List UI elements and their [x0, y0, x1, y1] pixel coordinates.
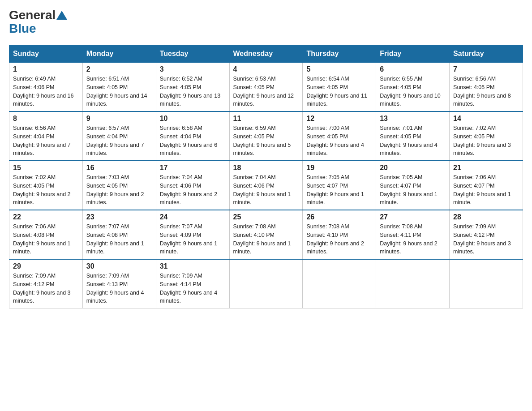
calendar-cell: 26 Sunrise: 7:08 AMSunset: 4:10 PMDaylig…: [303, 210, 376, 259]
day-info: Sunrise: 6:57 AMSunset: 4:04 PMDaylight:…: [86, 125, 144, 156]
day-info: Sunrise: 7:09 AMSunset: 4:12 PMDaylight:…: [13, 273, 71, 304]
calendar-cell: 21 Sunrise: 7:06 AMSunset: 4:07 PMDaylig…: [450, 161, 523, 210]
day-number: 29: [13, 262, 79, 270]
calendar-cell: 20 Sunrise: 7:05 AMSunset: 4:07 PMDaylig…: [376, 161, 450, 210]
calendar-cell: 31 Sunrise: 7:09 AMSunset: 4:14 PMDaylig…: [156, 259, 229, 308]
calendar-cell: 30 Sunrise: 7:09 AMSunset: 4:13 PMDaylig…: [82, 259, 156, 308]
day-number: 26: [306, 213, 372, 221]
day-number: 21: [453, 164, 519, 172]
day-number: 7: [453, 65, 519, 73]
logo-triangle-icon: [56, 11, 67, 20]
day-info: Sunrise: 6:58 AMSunset: 4:04 PMDaylight:…: [160, 125, 218, 156]
calendar-cell: 15 Sunrise: 7:02 AMSunset: 4:05 PMDaylig…: [9, 161, 83, 210]
day-info: Sunrise: 7:06 AMSunset: 4:08 PMDaylight:…: [13, 223, 71, 255]
col-header-monday: Monday: [82, 45, 156, 63]
day-info: Sunrise: 7:08 AMSunset: 4:10 PMDaylight:…: [233, 223, 291, 255]
calendar-cell: 14 Sunrise: 7:02 AMSunset: 4:05 PMDaylig…: [450, 111, 523, 161]
day-number: 28: [453, 213, 519, 221]
day-number: 31: [160, 262, 226, 270]
calendar-cell: 4 Sunrise: 6:53 AMSunset: 4:05 PMDayligh…: [229, 63, 303, 112]
day-info: Sunrise: 7:08 AMSunset: 4:11 PMDaylight:…: [380, 223, 438, 255]
calendar-week-row: 1 Sunrise: 6:49 AMSunset: 4:06 PMDayligh…: [9, 63, 523, 112]
calendar-cell: [376, 259, 450, 308]
calendar-cell: 9 Sunrise: 6:57 AMSunset: 4:04 PMDayligh…: [82, 111, 156, 161]
day-info: Sunrise: 7:04 AMSunset: 4:06 PMDaylight:…: [233, 174, 291, 206]
day-number: 17: [160, 164, 226, 172]
calendar-cell: 3 Sunrise: 6:52 AMSunset: 4:05 PMDayligh…: [156, 63, 229, 112]
calendar-cell: 10 Sunrise: 6:58 AMSunset: 4:04 PMDaylig…: [156, 111, 229, 161]
day-info: Sunrise: 7:07 AMSunset: 4:09 PMDaylight:…: [160, 223, 218, 255]
calendar-cell: 11 Sunrise: 6:59 AMSunset: 4:05 PMDaylig…: [229, 111, 303, 161]
calendar-cell: 27 Sunrise: 7:08 AMSunset: 4:11 PMDaylig…: [376, 210, 450, 259]
calendar-cell: 28 Sunrise: 7:09 AMSunset: 4:12 PMDaylig…: [450, 210, 523, 259]
page-header: General Blue: [9, 9, 523, 36]
calendar-cell: 25 Sunrise: 7:08 AMSunset: 4:10 PMDaylig…: [229, 210, 303, 259]
day-number: 3: [160, 65, 226, 73]
day-info: Sunrise: 6:52 AMSunset: 4:05 PMDaylight:…: [160, 76, 221, 107]
col-header-saturday: Saturday: [450, 45, 523, 63]
day-number: 2: [86, 65, 152, 73]
day-info: Sunrise: 6:54 AMSunset: 4:05 PMDaylight:…: [306, 76, 367, 107]
logo: General Blue: [9, 9, 68, 36]
calendar-cell: 24 Sunrise: 7:07 AMSunset: 4:09 PMDaylig…: [156, 210, 229, 259]
calendar-week-row: 22 Sunrise: 7:06 AMSunset: 4:08 PMDaylig…: [9, 210, 523, 259]
calendar-cell: [450, 259, 523, 308]
col-header-friday: Friday: [376, 45, 450, 63]
day-number: 6: [380, 65, 446, 73]
day-number: 19: [306, 164, 372, 172]
col-header-sunday: Sunday: [9, 45, 83, 63]
day-number: 18: [233, 164, 299, 172]
calendar-cell: 29 Sunrise: 7:09 AMSunset: 4:12 PMDaylig…: [9, 259, 83, 308]
day-info: Sunrise: 6:53 AMSunset: 4:05 PMDaylight:…: [233, 76, 294, 107]
calendar-week-row: 15 Sunrise: 7:02 AMSunset: 4:05 PMDaylig…: [9, 161, 523, 210]
calendar-week-row: 29 Sunrise: 7:09 AMSunset: 4:12 PMDaylig…: [9, 259, 523, 308]
day-number: 1: [13, 65, 79, 73]
calendar-cell: 7 Sunrise: 6:56 AMSunset: 4:05 PMDayligh…: [450, 63, 523, 112]
day-number: 14: [453, 115, 519, 123]
calendar-cell: [303, 259, 376, 308]
day-info: Sunrise: 7:09 AMSunset: 4:13 PMDaylight:…: [86, 273, 144, 304]
col-header-wednesday: Wednesday: [229, 45, 303, 63]
day-number: 16: [86, 164, 152, 172]
day-info: Sunrise: 7:09 AMSunset: 4:12 PMDaylight:…: [453, 223, 511, 255]
day-info: Sunrise: 6:56 AMSunset: 4:05 PMDaylight:…: [453, 76, 511, 107]
day-info: Sunrise: 7:05 AMSunset: 4:07 PMDaylight:…: [306, 174, 364, 206]
day-info: Sunrise: 7:05 AMSunset: 4:07 PMDaylight:…: [380, 174, 438, 206]
day-number: 20: [380, 164, 446, 172]
calendar-table: SundayMondayTuesdayWednesdayThursdayFrid…: [9, 45, 523, 308]
day-number: 12: [306, 115, 372, 123]
day-info: Sunrise: 7:07 AMSunset: 4:08 PMDaylight:…: [86, 223, 144, 255]
day-info: Sunrise: 7:09 AMSunset: 4:14 PMDaylight:…: [160, 273, 218, 304]
day-info: Sunrise: 7:08 AMSunset: 4:10 PMDaylight:…: [306, 223, 364, 255]
day-info: Sunrise: 6:55 AMSunset: 4:05 PMDaylight:…: [380, 76, 441, 107]
calendar-header-row: SundayMondayTuesdayWednesdayThursdayFrid…: [9, 45, 523, 63]
calendar-cell: [229, 259, 303, 308]
col-header-thursday: Thursday: [303, 45, 376, 63]
day-number: 25: [233, 213, 299, 221]
calendar-cell: 23 Sunrise: 7:07 AMSunset: 4:08 PMDaylig…: [82, 210, 156, 259]
day-info: Sunrise: 7:04 AMSunset: 4:06 PMDaylight:…: [160, 174, 218, 206]
day-number: 15: [13, 164, 79, 172]
calendar-cell: 13 Sunrise: 7:01 AMSunset: 4:05 PMDaylig…: [376, 111, 450, 161]
day-info: Sunrise: 7:01 AMSunset: 4:05 PMDaylight:…: [380, 125, 438, 156]
calendar-cell: 22 Sunrise: 7:06 AMSunset: 4:08 PMDaylig…: [9, 210, 83, 259]
day-info: Sunrise: 6:51 AMSunset: 4:05 PMDaylight:…: [86, 76, 147, 107]
day-info: Sunrise: 7:02 AMSunset: 4:05 PMDaylight:…: [453, 125, 511, 156]
logo-blue-text: Blue: [9, 21, 36, 35]
calendar-week-row: 8 Sunrise: 6:56 AMSunset: 4:04 PMDayligh…: [9, 111, 523, 161]
day-number: 10: [160, 115, 226, 123]
day-info: Sunrise: 7:03 AMSunset: 4:05 PMDaylight:…: [86, 174, 144, 206]
day-number: 5: [306, 65, 372, 73]
calendar-cell: 5 Sunrise: 6:54 AMSunset: 4:05 PMDayligh…: [303, 63, 376, 112]
day-number: 13: [380, 115, 446, 123]
day-number: 24: [160, 213, 226, 221]
day-number: 27: [380, 213, 446, 221]
day-number: 4: [233, 65, 299, 73]
day-info: Sunrise: 7:06 AMSunset: 4:07 PMDaylight:…: [453, 174, 511, 206]
day-number: 23: [86, 213, 152, 221]
calendar-cell: 19 Sunrise: 7:05 AMSunset: 4:07 PMDaylig…: [303, 161, 376, 210]
calendar-cell: 12 Sunrise: 7:00 AMSunset: 4:05 PMDaylig…: [303, 111, 376, 161]
logo-general-text: General: [9, 9, 56, 21]
day-number: 8: [13, 115, 79, 123]
calendar-cell: 2 Sunrise: 6:51 AMSunset: 4:05 PMDayligh…: [82, 63, 156, 112]
